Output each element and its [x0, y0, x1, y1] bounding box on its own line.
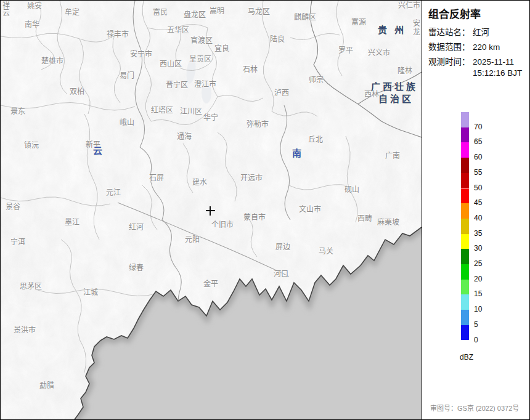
colorbar-block-65 — [461, 127, 469, 143]
map-label: 宁洱 — [10, 238, 25, 246]
colorbar-tick-label: 45 — [474, 198, 482, 207]
map-label: 景东 — [10, 108, 25, 116]
map-label: 镇沅 — [24, 142, 39, 150]
map-label: 江川区 — [180, 108, 202, 116]
map-label: 龙 — [413, 28, 420, 36]
province-label: 贵 州 — [378, 23, 406, 36]
map-label: 陆良 — [270, 36, 285, 44]
map-label: 石林 — [243, 66, 258, 74]
province-label: 广西壮族 — [371, 79, 418, 92]
colorbar-block-50 — [461, 173, 469, 188]
range-row: 数据范围：220 km — [428, 40, 500, 52]
station-row: 雷达站名：红河 — [428, 25, 489, 38]
map-label: 嵩明 — [210, 7, 224, 15]
radar-map: 祥云姚安牟定南华禄丰市楚雄市易门双柏富民盘龙区嵩明马龙区五华区官渡区宜良陆良安宁… — [1, 1, 422, 419]
station-value: 红河 — [473, 25, 489, 38]
colorbar-tick-label: 10 — [474, 305, 482, 313]
map-label: 罗平 — [338, 47, 353, 55]
map-label: 澄江市 — [194, 81, 216, 89]
colorbar-block-60 — [461, 142, 469, 158]
colorbar-block-45 — [461, 188, 469, 204]
map-label: 江城 — [83, 289, 98, 297]
colorbar-tick-label: 25 — [474, 259, 482, 268]
colorbar-tick-label: 0 — [474, 336, 478, 344]
map-label: 思茅区 — [20, 283, 42, 291]
map-label: 石屏 — [149, 174, 164, 182]
map-label: 广南 — [385, 152, 400, 160]
colorbar-tick-label: 35 — [474, 229, 482, 238]
map-label: 景谷 — [6, 203, 20, 211]
map-label: 丘北 — [308, 136, 323, 144]
colorbar-tick-label: 60 — [474, 153, 482, 161]
map-label: 安 — [413, 20, 420, 28]
colorbar-block-70 — [461, 112, 469, 127]
map-label: 兴仁市 — [398, 2, 420, 10]
time-row: 观测时间：2025-11-11 — [428, 55, 514, 67]
map-label: 宜良 — [214, 45, 229, 53]
map-label: 呈贡区 — [189, 55, 211, 63]
colorbar-block-30 — [461, 234, 469, 249]
station-label: 雷达站名： — [428, 25, 469, 38]
map-label: 河口 — [274, 270, 288, 278]
map-label: 禄丰市 — [107, 31, 129, 39]
map-label: 麻栗坡 — [377, 219, 399, 227]
map-label: 红河 — [129, 224, 144, 232]
map-label: 开远市 — [240, 174, 263, 182]
time-label: 观测时间： — [428, 55, 469, 67]
map-label: 屏边 — [275, 243, 290, 251]
map-label: 马关 — [319, 248, 333, 256]
colorbar-tick-label: 15 — [474, 289, 482, 298]
map-label: 云 — [2, 9, 10, 17]
map-label: 易门 — [120, 72, 134, 80]
map-label: 盘龙区 — [184, 11, 206, 19]
map-label: 马龙区 — [248, 8, 270, 16]
colorbar-block-10 — [461, 294, 469, 310]
map-label: 弥勒市 — [247, 121, 269, 129]
colorbar-tick-label: 65 — [474, 137, 482, 146]
map-approval-number: 审图号：GS京 (2022) 0372号 — [430, 403, 519, 413]
map-label: 建水 — [192, 179, 207, 187]
map-label: 隆林 — [398, 67, 412, 75]
map-label: 元阳 — [185, 236, 200, 244]
map-label: 砚山 — [344, 186, 359, 194]
radar-product-window: 祥云姚安牟定南华禄丰市楚雄市易门双柏富民盘龙区嵩明马龙区五华区官渡区宜良陆良安宁… — [0, 0, 530, 420]
map-label: 牟定 — [65, 9, 80, 17]
colorbar-block-5 — [461, 310, 469, 325]
colorbar-tick-label: 40 — [474, 214, 482, 222]
map-label: 泸西 — [274, 89, 289, 97]
map-label: 晋宁区 — [166, 81, 188, 89]
map-label: 景洪市 — [14, 326, 36, 334]
map-label: 华宁 — [203, 114, 218, 122]
reflectivity-colorbar: 7065605550454035302520151050 — [461, 112, 498, 346]
map-label: 西山区 — [160, 60, 182, 68]
map-label: 峨山 — [120, 119, 134, 127]
colorbar-block-0 — [461, 325, 469, 341]
map-label: 个旧市 — [211, 221, 234, 229]
map-label: 双柏 — [70, 88, 84, 96]
colorbar-block-55 — [461, 158, 469, 173]
map-label: 西畴 — [357, 215, 372, 223]
product-title: 组合反射率 — [428, 6, 481, 21]
colorbar-block-25 — [461, 249, 469, 264]
map-label: 楚雄市 — [41, 57, 63, 65]
map-label: 绿春 — [129, 264, 144, 272]
colorbar-tick-label: 70 — [474, 123, 482, 131]
map-label: 麒麟区 — [294, 14, 316, 22]
colorbar-tick-label: 30 — [474, 244, 482, 252]
province-label: 云 — [93, 143, 104, 156]
map-label: 南华 — [25, 21, 39, 29]
province-label: 南 — [292, 146, 303, 159]
colorbar-unit: dBZ — [460, 353, 473, 361]
range-value: 220 km — [473, 42, 500, 52]
map-label: 墨江 — [65, 219, 80, 227]
province-label: 自治区 — [378, 92, 414, 105]
radar-station-marker — [206, 206, 215, 216]
map-label: 勐腊 — [39, 382, 54, 390]
time-date-value: 2025-11-11 — [473, 57, 514, 67]
map-label: 师宗 — [309, 76, 324, 84]
colorbar-block-35 — [461, 219, 469, 234]
map-label: 金平 — [203, 280, 218, 288]
map-label: 文山市 — [299, 206, 321, 214]
map-label: 蒙自市 — [243, 214, 266, 222]
map-label: 元江 — [106, 189, 121, 197]
